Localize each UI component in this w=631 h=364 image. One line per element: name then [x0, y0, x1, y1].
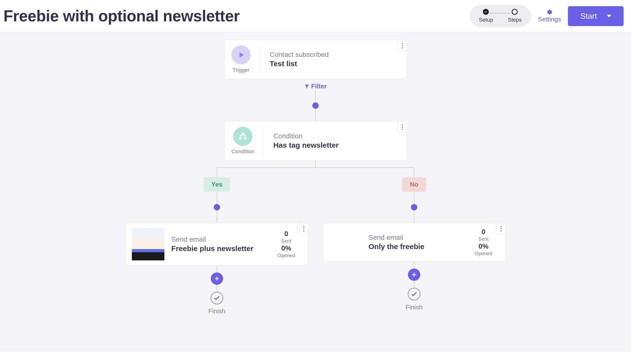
play-icon	[232, 45, 251, 64]
connector	[315, 109, 316, 121]
connector	[217, 285, 217, 292]
condition-subtitle: Condition	[273, 132, 339, 140]
branch-yes: Yes Send email Freebie plus newsletter 0…	[118, 167, 315, 315]
check-icon	[411, 291, 417, 298]
plus-icon	[411, 272, 417, 278]
filter-button[interactable]: Filter	[304, 82, 327, 90]
email-title: Only the freebie	[368, 242, 468, 251]
connector	[217, 266, 217, 272]
branch-row: Yes Send email Freebie plus newsletter 0…	[0, 167, 631, 315]
start-button[interactable]: Start	[568, 6, 623, 26]
condition-title: Has tag newsletter	[273, 141, 339, 150]
node-menu-button[interactable]	[398, 121, 407, 133]
email-title: Freebie plus newsletter	[171, 244, 271, 253]
finish-node	[408, 288, 420, 300]
finish-node	[211, 292, 223, 304]
trigger-node[interactable]: Trigger Contact subscribed Test list	[224, 40, 407, 79]
steps-indicator: Setup Steps	[470, 5, 531, 27]
email-subtitle: Send email	[368, 234, 468, 242]
branch-tag-yes: Yes	[203, 177, 231, 192]
email-node-yes[interactable]: Send email Freebie plus newsletter 0 Sen…	[126, 223, 308, 266]
circle-icon	[512, 9, 518, 15]
connector	[315, 167, 513, 177]
connector	[315, 90, 316, 102]
branch-no: No Send email Only the freebie 0 Sent 0%…	[315, 167, 513, 315]
email-stat-sent: 0 Sent 0% Opened	[278, 230, 295, 258]
add-step-button[interactable]	[211, 272, 223, 285]
finish-label: Finish	[208, 308, 225, 315]
connector	[315, 160, 316, 167]
connector	[414, 281, 414, 288]
connector	[414, 262, 414, 268]
branch-icon	[233, 127, 252, 146]
filter-icon	[304, 84, 310, 89]
header-right: Setup Steps Settings Start	[470, 5, 623, 27]
settings-button[interactable]: Settings	[538, 9, 561, 23]
connector	[217, 210, 217, 223]
connector	[414, 210, 414, 223]
page-header: Freebie with optional newsletter Setup S…	[0, 0, 631, 32]
plus-icon	[214, 276, 220, 282]
email-stat-sent: 0 Sent 0% Opened	[475, 228, 492, 256]
step-setup[interactable]: Setup	[479, 9, 493, 23]
connector-dot[interactable]	[411, 204, 417, 210]
node-menu-button[interactable]	[496, 223, 505, 234]
flow-root: Trigger Contact subscribed Test list Fil…	[0, 40, 631, 315]
automation-canvas: Trigger Contact subscribed Test list Fil…	[0, 32, 631, 352]
branch-tag-no: No	[402, 177, 427, 192]
connector-dot[interactable]	[214, 204, 220, 210]
check-icon	[483, 9, 489, 15]
email-thumbnail	[132, 228, 164, 260]
page-title: Freebie with optional newsletter	[4, 7, 240, 25]
add-step-button[interactable]	[408, 268, 420, 281]
finish-label: Finish	[405, 304, 423, 311]
node-menu-button[interactable]	[398, 40, 407, 52]
node-menu-button[interactable]	[299, 223, 308, 234]
email-node-no[interactable]: Send email Only the freebie 0 Sent 0% Op…	[323, 223, 505, 262]
check-icon	[214, 294, 220, 302]
step-steps[interactable]: Steps	[508, 9, 522, 23]
connector	[118, 167, 315, 177]
trigger-subtitle: Contact subscribed	[270, 51, 329, 58]
gear-icon	[546, 9, 552, 15]
connector	[414, 192, 414, 204]
email-subtitle: Send email	[171, 236, 271, 244]
chevron-down-icon	[607, 15, 611, 18]
trigger-title: Test list	[270, 60, 329, 68]
condition-node[interactable]: Condition Condition Has tag newsletter	[224, 121, 407, 160]
connector	[217, 192, 217, 204]
connector-dot[interactable]	[312, 102, 319, 109]
